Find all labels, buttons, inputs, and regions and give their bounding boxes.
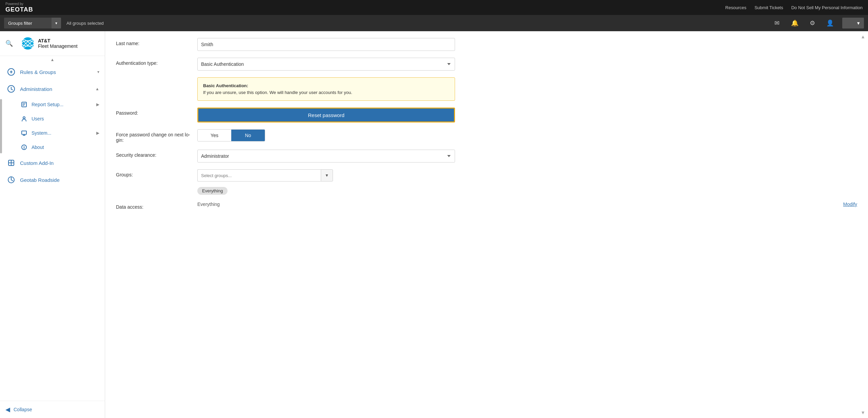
content-scroll-down[interactable]: ▼: [861, 410, 865, 415]
rules-groups-icon: [6, 68, 16, 76]
all-groups-selected-text: All groups selected: [66, 21, 104, 26]
auth-type-row: Authentication type: Basic Authenticatio…: [116, 58, 857, 71]
top-nav-links: Resources Submit Tickets Do Not Sell My …: [725, 5, 863, 10]
user-icon: 👤: [826, 19, 834, 27]
groups-chevron-icon: ▼: [325, 173, 329, 178]
data-access-value-row: Everything Modify: [197, 202, 857, 207]
info-box-area: Basic Authentication: If you are unsure,…: [197, 77, 857, 101]
top-nav: Powered by GEOTAB Resources Submit Ticke…: [0, 0, 868, 15]
rules-groups-chevron: ▾: [97, 70, 99, 74]
groups-dropdown-button[interactable]: ▼: [321, 169, 333, 182]
sidebar-scroll-up[interactable]: ▲: [0, 56, 105, 63]
search-icon[interactable]: 🔍: [3, 37, 16, 50]
data-access-control: Everything Modify: [197, 202, 857, 207]
sidebar: 🔍 AT&T Fleet Management ▲: [0, 31, 105, 418]
reset-password-label: Reset password: [308, 112, 344, 118]
sidebar-system-label: System...: [32, 130, 93, 136]
sidebar-report-setup-label: Report Setup...: [32, 102, 93, 107]
main-layout: 🔍 AT&T Fleet Management ▲: [0, 31, 868, 418]
user-dropdown-button[interactable]: ▼: [842, 18, 864, 28]
last-name-label: Last name:: [116, 38, 191, 46]
security-clearance-control: Administrator Nothing Supervisor Default…: [197, 150, 857, 163]
force-yes-button[interactable]: Yes: [198, 130, 231, 141]
bell-icon-button[interactable]: 🔔: [789, 18, 800, 28]
last-name-control: [197, 38, 857, 51]
password-control: Reset password: [197, 108, 857, 122]
password-row: Password: Reset password: [116, 108, 857, 122]
gear-icon-button[interactable]: ⚙: [807, 18, 818, 28]
auth-info-box: Basic Authentication: If you are unsure,…: [197, 77, 455, 101]
administration-chevron: ▲: [95, 87, 99, 91]
auth-type-control: Basic Authentication MyGeotab SAML: [197, 58, 857, 71]
sidebar-users-label: Users: [32, 116, 99, 121]
sidebar-collapse-button[interactable]: ◀ Collapse: [0, 401, 105, 418]
last-name-row: Last name:: [116, 38, 857, 51]
filter-bar-right: ✉ 🔔 ⚙ 👤 ▼: [772, 18, 864, 28]
sidebar-item-rules-groups[interactable]: Rules & Groups ▾: [0, 63, 105, 80]
chevron-down-icon: ▼: [55, 21, 58, 25]
auth-type-label: Authentication type:: [116, 58, 191, 66]
sidebar-item-report-setup[interactable]: Report Setup... ▶: [0, 97, 105, 112]
force-password-control: Yes No: [197, 129, 857, 141]
about-icon: [20, 144, 28, 150]
submit-tickets-link[interactable]: Submit Tickets: [754, 5, 783, 10]
sidebar-scrollbar[interactable]: [0, 99, 2, 153]
force-password-row: Force password change on next lo-gin: Ye…: [116, 129, 857, 143]
info-box-text: If you are unsure, use this option. We w…: [203, 90, 352, 95]
svg-point-7: [23, 117, 25, 119]
groups-select-wrapper: ▼: [197, 169, 333, 182]
report-setup-icon: [20, 101, 28, 108]
sidebar-administration-label: Administration: [20, 86, 91, 92]
data-access-label: Data access:: [116, 202, 191, 210]
mail-icon-button[interactable]: ✉: [772, 18, 783, 28]
user-icon-button[interactable]: 👤: [825, 18, 835, 28]
geotab-roadside-icon: [6, 176, 16, 184]
content-scroll-up[interactable]: ▲: [861, 34, 865, 39]
security-clearance-select[interactable]: Administrator Nothing Supervisor Default…: [197, 150, 455, 163]
groups-row: Groups: ▼ Everything: [116, 169, 857, 195]
sidebar-item-geotab-roadside[interactable]: Geotab Roadside: [0, 171, 105, 188]
filter-bar: Groups filter ▼ All groups selected ✉ 🔔 …: [0, 15, 868, 31]
mail-icon: ✉: [774, 19, 780, 27]
data-access-value: Everything: [197, 202, 836, 207]
force-no-button[interactable]: No: [231, 130, 265, 141]
groups-label: Groups:: [116, 169, 191, 177]
groups-everything-tag: Everything: [197, 187, 228, 195]
user-dropdown-name: [846, 21, 854, 26]
groups-control: ▼ Everything: [197, 169, 857, 195]
security-clearance-row: Security clearance: Administrator Nothin…: [116, 150, 857, 163]
sidebar-item-about[interactable]: About: [0, 140, 105, 154]
force-password-toggle: Yes No: [197, 129, 265, 141]
security-clearance-label: Security clearance:: [116, 150, 191, 158]
svg-rect-8: [22, 131, 26, 134]
brand-text: AT&T Fleet Management: [38, 38, 78, 49]
groups-filter-button[interactable]: Groups filter: [4, 18, 52, 28]
info-box-title: Basic Authentication:: [203, 83, 248, 88]
system-arrow: ▶: [96, 131, 99, 135]
modify-link[interactable]: Modify: [843, 202, 857, 207]
svg-point-10: [24, 146, 24, 147]
groups-filter-chevron[interactable]: ▼: [52, 18, 61, 28]
system-icon: [20, 130, 28, 136]
groups-filter-label: Groups filter: [8, 21, 32, 26]
sidebar-custom-add-in-label: Custom Add-In: [20, 160, 99, 166]
user-dropdown-chevron: ▼: [856, 21, 861, 26]
sidebar-item-administration[interactable]: Administration ▲: [0, 80, 105, 97]
content-area: ▲ ▼ Last name: Authentication type: Basi…: [105, 31, 868, 418]
do-not-sell-link[interactable]: Do Not Sell My Personal Information: [791, 5, 863, 10]
sidebar-item-custom-add-in[interactable]: Custom Add-In: [0, 154, 105, 171]
powered-by-text: Powered by GEOTAB: [5, 2, 33, 13]
auth-type-select[interactable]: Basic Authentication MyGeotab SAML: [197, 58, 455, 71]
sidebar-item-users[interactable]: Users: [0, 112, 105, 126]
custom-add-in-icon: [6, 159, 16, 167]
force-password-label: Force password change on next lo-gin:: [116, 129, 191, 143]
last-name-input[interactable]: [197, 38, 455, 51]
sidebar-item-system[interactable]: System... ▶: [0, 126, 105, 140]
resources-link[interactable]: Resources: [725, 5, 746, 10]
collapse-icon: ◀: [5, 406, 10, 413]
groups-input[interactable]: [197, 169, 321, 182]
collapse-label: Collapse: [14, 407, 32, 412]
reset-password-button[interactable]: Reset password: [197, 108, 455, 122]
info-box-row: Basic Authentication: If you are unsure,…: [116, 77, 857, 101]
gear-icon: ⚙: [810, 19, 815, 27]
